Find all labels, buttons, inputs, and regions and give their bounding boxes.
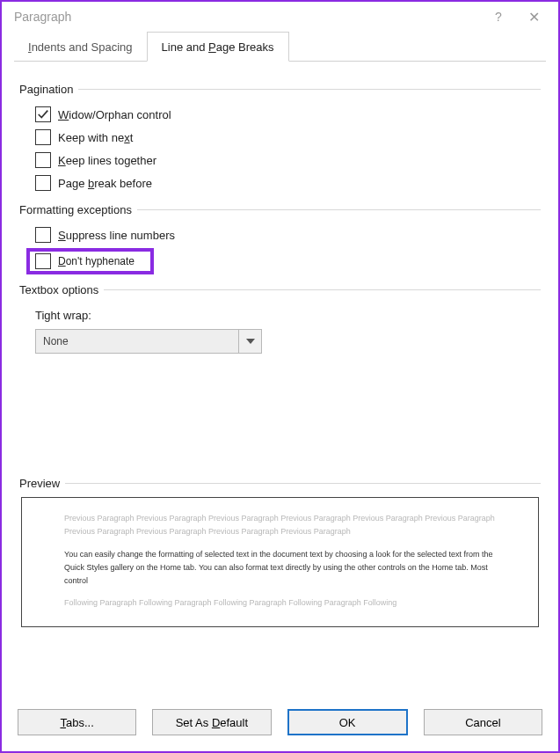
group-pagination: Pagination	[19, 83, 541, 96]
set-as-default-button[interactable]: Set As Default	[152, 709, 271, 735]
dialog-buttons: Tabs... Set As Default OK Cancel	[2, 700, 558, 751]
preview-sample-text: You can easily change the formatting of …	[64, 548, 496, 589]
checkbox-icon	[35, 227, 51, 243]
checkbox-icon	[35, 253, 51, 269]
checkbox-label: Don't hyphenate	[58, 255, 135, 267]
checkbox-icon	[35, 129, 51, 145]
window-title: Paragraph	[14, 10, 481, 24]
checkbox-widow-orphan[interactable]: Widow/Orphan control	[19, 103, 541, 126]
tab-strip: Indents and Spacing Line and Page Breaks	[2, 32, 558, 62]
checkbox-label: Suppress line numbers	[58, 229, 175, 242]
checkbox-icon	[35, 175, 51, 191]
preview-previous-text: Previous Paragraph Previous Paragraph Pr…	[64, 512, 496, 539]
tab-line-page-breaks[interactable]: Line and Page Breaks	[147, 32, 289, 62]
titlebar: Paragraph ? ✕	[2, 2, 558, 32]
group-textbox-options: Textbox options	[19, 283, 541, 296]
preview-following-text: Following Paragraph Following Paragraph …	[64, 596, 496, 610]
ok-button[interactable]: OK	[287, 709, 408, 735]
cancel-button[interactable]: Cancel	[424, 709, 542, 735]
checkbox-label: Page break before	[58, 177, 152, 190]
checkbox-dont-hyphenate[interactable]: Don't hyphenate	[26, 248, 154, 274]
tab-content: Pagination Widow/Orphan control Keep wit…	[2, 62, 558, 700]
tabs-button[interactable]: Tabs...	[18, 709, 136, 735]
checkbox-icon	[35, 152, 51, 168]
checkbox-label: Keep lines together	[58, 154, 156, 167]
paragraph-dialog: Paragraph ? ✕ Indents and Spacing Line a…	[0, 0, 560, 753]
checkbox-suppress-line-numbers[interactable]: Suppress line numbers	[19, 223, 541, 246]
help-icon[interactable]: ?	[481, 10, 516, 24]
checkbox-keep-with-next[interactable]: Keep with next	[19, 126, 541, 149]
checkbox-label: Keep with next	[58, 131, 133, 144]
preview-box: Previous Paragraph Previous Paragraph Pr…	[21, 497, 539, 627]
group-formatting-exceptions: Formatting exceptions	[19, 203, 541, 216]
chevron-down-icon[interactable]	[238, 330, 261, 353]
tight-wrap-select[interactable]: None	[35, 329, 262, 354]
close-icon[interactable]: ✕	[516, 9, 551, 26]
checkbox-page-break-before[interactable]: Page break before	[19, 172, 541, 194]
checkbox-keep-lines-together[interactable]: Keep lines together	[19, 149, 541, 172]
tight-wrap-value: None	[36, 330, 238, 353]
tab-indents-spacing[interactable]: Indents and Spacing	[14, 32, 147, 62]
tight-wrap-label: Tight wrap:	[19, 303, 541, 325]
checkbox-icon	[35, 106, 51, 122]
group-preview: Preview	[19, 477, 541, 490]
checkbox-label: Widow/Orphan control	[58, 108, 171, 121]
